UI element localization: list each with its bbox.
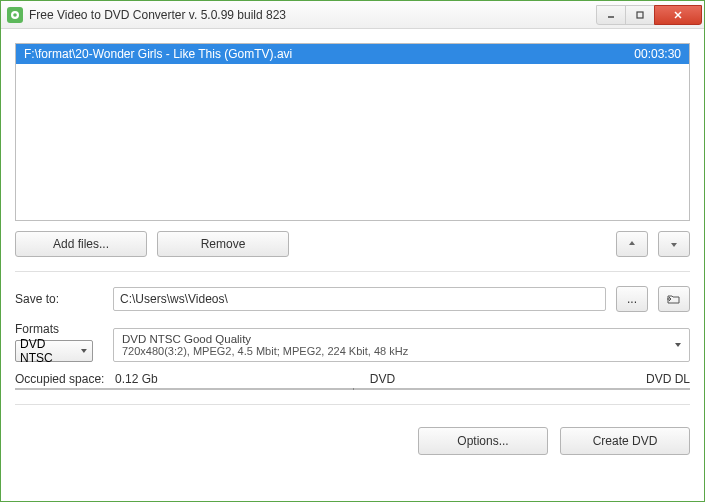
file-path: F:\format\20-Wonder Girls - Like This (G… (24, 47, 634, 61)
move-up-button[interactable] (616, 231, 648, 257)
file-list[interactable]: F:\format\20-Wonder Girls - Like This (G… (15, 43, 690, 221)
file-buttons-row: Add files... Remove (15, 231, 690, 257)
file-duration: 00:03:30 (634, 47, 681, 61)
space-bar (15, 388, 690, 390)
titlebar[interactable]: Free Video to DVD Converter v. 5.0.99 bu… (1, 1, 704, 29)
divider (15, 271, 690, 272)
maximize-button[interactable] (625, 5, 655, 25)
format-quality-title: DVD NTSC Good Quality (122, 333, 681, 345)
divider (15, 404, 690, 405)
window-controls (597, 5, 702, 25)
space-header: Occupied space: 0.12 Gb DVD DVD DL (15, 372, 690, 386)
create-dvd-button[interactable]: Create DVD (560, 427, 690, 455)
browse-button[interactable]: ... (616, 286, 648, 312)
app-window: Free Video to DVD Converter v. 5.0.99 bu… (0, 0, 705, 502)
format-quality-select[interactable]: DVD NTSC Good Quality 720x480(3:2), MPEG… (113, 328, 690, 362)
dvd-dl-label: DVD DL (630, 372, 690, 386)
format-quality-desc: 720x480(3:2), MPEG2, 4.5 Mbit; MPEG2, 22… (122, 345, 681, 357)
open-folder-button[interactable] (658, 286, 690, 312)
arrow-up-icon (627, 239, 637, 249)
save-to-row: Save to: ... (15, 286, 690, 312)
formats-row: Formats DVD NTSC DVD NTSC Good Quality 7… (15, 322, 690, 362)
formats-label: Formats (15, 322, 103, 336)
add-files-button[interactable]: Add files... (15, 231, 147, 257)
file-row[interactable]: F:\format\20-Wonder Girls - Like This (G… (16, 44, 689, 64)
content-area: F:\format\20-Wonder Girls - Like This (G… (1, 29, 704, 501)
footer-buttons: Options... Create DVD (15, 419, 690, 455)
move-down-button[interactable] (658, 231, 690, 257)
chevron-down-icon (673, 340, 683, 350)
app-icon (7, 7, 23, 23)
dvd-tick (353, 388, 354, 390)
arrow-down-icon (669, 239, 679, 249)
occupied-space-section: Occupied space: 0.12 Gb DVD DVD DL (15, 372, 690, 390)
remove-button[interactable]: Remove (157, 231, 289, 257)
save-to-input[interactable] (113, 287, 606, 311)
chevron-down-icon (80, 347, 88, 355)
svg-rect-3 (637, 12, 643, 18)
formats-column: Formats DVD NTSC (15, 322, 103, 362)
format-preset-value: DVD NTSC (20, 337, 80, 365)
save-to-label: Save to: (15, 292, 103, 306)
close-button[interactable] (654, 5, 702, 25)
dvd-label: DVD (135, 372, 630, 386)
svg-point-1 (13, 13, 17, 17)
open-folder-icon (667, 293, 681, 305)
window-title: Free Video to DVD Converter v. 5.0.99 bu… (29, 8, 597, 22)
occupied-label: Occupied space: (15, 372, 115, 386)
options-button[interactable]: Options... (418, 427, 548, 455)
minimize-button[interactable] (596, 5, 626, 25)
format-preset-select[interactable]: DVD NTSC (15, 340, 93, 362)
